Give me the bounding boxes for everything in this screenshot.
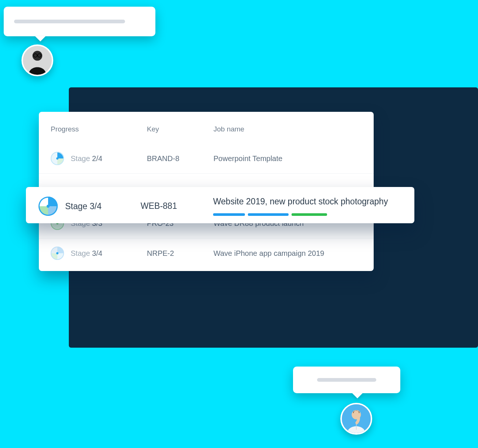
table-row-highlighted[interactable]: Stage 3/4 WEB-881 Website 2019, new prod… [26, 187, 414, 223]
table-header-row: Progress Key Job name [39, 112, 374, 144]
stage-label: Stage 2/4 [71, 154, 102, 163]
progress-bars [213, 213, 402, 216]
person-silhouette-icon [23, 46, 52, 75]
stage-label: Stage 3/4 [71, 249, 102, 258]
col-header-jobname: Job name [213, 125, 362, 133]
progress-pie-icon [38, 197, 58, 216]
job-name-cell: Wave iPhone app campaign 2019 [213, 249, 362, 258]
progress-pie-icon [51, 247, 64, 260]
stage-bar-3 [292, 213, 327, 216]
stage-label: Stage 3/4 [65, 201, 101, 211]
progress-pie-icon [51, 152, 64, 165]
comment-bubble-bottom [293, 367, 400, 393]
table-row[interactable]: Stage 2/4 BRAND-8 Powerpoint Template [39, 144, 374, 173]
key-cell: WEB-881 [141, 197, 213, 211]
col-header-key: Key [147, 125, 213, 133]
key-cell: BRAND-8 [147, 154, 213, 163]
job-name-cell: Powerpoint Template [213, 154, 362, 163]
avatar-bottom [340, 403, 372, 435]
comment-bubble-top [4, 7, 155, 36]
stage-bar-2 [248, 213, 289, 216]
person-silhouette-icon [342, 404, 371, 433]
placeholder-line [14, 20, 125, 23]
key-cell: NRPE-2 [147, 249, 213, 258]
table-row[interactable]: Stage 3/4 NRPE-2 Wave iPhone app campaig… [39, 238, 374, 268]
job-name-cell: Website 2019, new product stock photogra… [213, 197, 402, 207]
avatar-top [21, 44, 53, 76]
placeholder-line [317, 378, 376, 382]
stage-bar-1 [213, 213, 245, 216]
col-header-progress: Progress [51, 125, 147, 133]
